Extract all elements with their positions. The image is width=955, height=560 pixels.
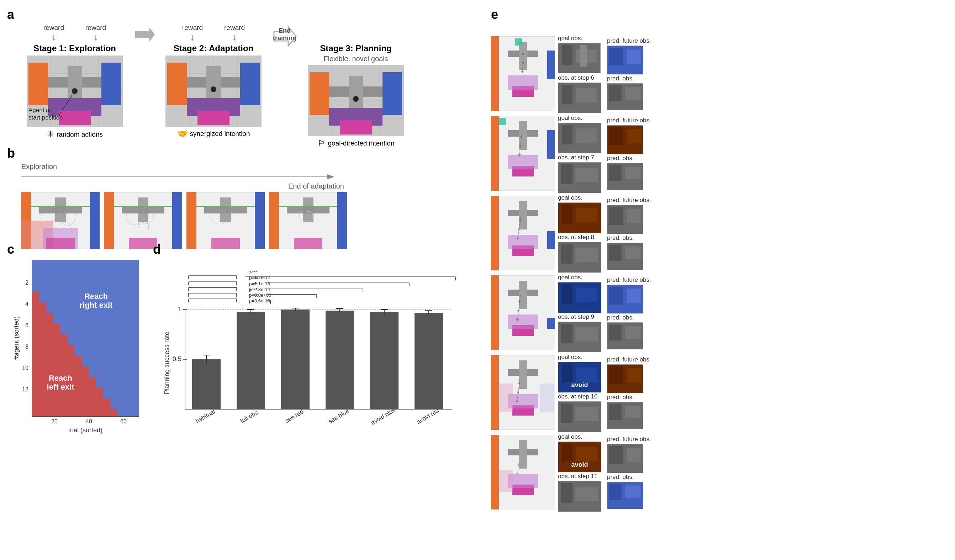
svg-rect-258 — [562, 284, 573, 304]
svg-rect-195 — [547, 130, 555, 159]
svg-rect-183 — [579, 45, 587, 67]
goal-obs-img-8 — [558, 202, 601, 233]
panel-d-label: d — [153, 242, 161, 257]
e-main-env-7 — [491, 116, 555, 191]
e-main-env-10 — [491, 355, 555, 430]
adapt-env-1 — [21, 192, 100, 249]
svg-text:see blue: see blue — [327, 408, 351, 425]
goal-obs-img-9 — [558, 282, 601, 312]
svg-rect-71 — [269, 192, 279, 249]
svg-marker-15 — [135, 27, 155, 42]
svg-rect-49 — [90, 192, 100, 249]
svg-rect-296 — [625, 406, 641, 418]
svg-rect-165 — [547, 50, 555, 79]
svg-rect-215 — [627, 129, 641, 143]
bar-chart-container: >*** p=1.2e-12 >*** p=1.1e-16 — [164, 260, 481, 438]
pred-obs-img-8 — [607, 242, 643, 269]
svg-rect-65 — [255, 192, 265, 249]
svg-rect-314 — [561, 483, 573, 503]
stage-1-env: Agent atstart position — [27, 55, 123, 127]
svg-rect-12 — [59, 111, 91, 125]
pred-future-img-6 — [607, 45, 643, 74]
stage-3-env — [308, 65, 404, 136]
svg-rect-220 — [491, 196, 499, 271]
pred-future-img-10 — [607, 364, 643, 393]
svg-rect-10 — [102, 63, 121, 105]
svg-rect-199 — [508, 155, 538, 169]
svg-text:>***: >*** — [249, 276, 258, 282]
svg-rect-265 — [627, 289, 641, 303]
svg-rect-234 — [576, 208, 597, 222]
svg-rect-315 — [575, 487, 598, 501]
svg-text:>***: >*** — [249, 293, 258, 299]
stage-2-footer: 🤝 synergized intention — [177, 129, 250, 139]
e-row-10: goal obs. avoid obs. at step 10 — [491, 353, 948, 432]
svg-rect-64 — [186, 192, 196, 249]
svg-rect-181 — [562, 45, 573, 65]
e-pred-group-8: pred. future obs. pred. obs. — [607, 197, 651, 269]
goal-obs-img-7 — [558, 123, 601, 153]
svg-rect-217 — [609, 165, 622, 181]
pred-future-img-8 — [607, 205, 643, 233]
svg-rect-321 — [625, 486, 641, 498]
stage-3-subtitle: Flexible, novel goals — [323, 55, 388, 63]
e-row-9: goal obs. obs. at step 9 — [491, 274, 948, 352]
svg-rect-262 — [575, 327, 598, 341]
svg-rect-284 — [562, 364, 573, 383]
stage-1-footer-text: random actions — [56, 131, 103, 138]
svg-rect-309 — [562, 444, 573, 463]
heatmap-container: 2 4 6 8 10 12 20 40 60 trial (sorted) — [14, 256, 142, 434]
svg-text:#agent (sorted): #agent (sorted) — [14, 316, 20, 360]
reward-label-2: reward — [85, 24, 106, 32]
e-pred-group-9: pred. future obs. pred. obs. — [607, 277, 651, 349]
e-pred-group-6: pred. future obs. pred. obs. — [607, 38, 651, 110]
pred-obs-img-7 — [607, 163, 643, 189]
svg-rect-154 — [415, 313, 443, 409]
svg-text:Reach: Reach — [85, 292, 108, 300]
e-rows-container: goal obs. obs. at step 6 — [491, 34, 948, 511]
reward-label-4: reward — [224, 24, 245, 32]
pred-future-label-10: pred. future obs. — [607, 356, 651, 363]
svg-rect-218 — [625, 167, 641, 179]
svg-rect-248 — [519, 281, 527, 309]
svg-rect-139 — [192, 359, 221, 409]
obs-step-img-10 — [558, 401, 601, 432]
pred-future-label-7: pred. future obs. — [607, 117, 651, 124]
pred-obs-img-9 — [607, 322, 643, 349]
svg-rect-7 — [28, 63, 48, 105]
e-obs-group-8: goal obs. obs. at step 8 — [558, 194, 601, 272]
obs-step-img-11 — [558, 481, 601, 511]
stage-1-footer: ✳ random actions — [47, 129, 103, 140]
e-main-env-6 — [491, 36, 555, 111]
stage-1-title: Stage 1: Exploration — [33, 44, 116, 53]
pred-future-img-7 — [607, 125, 643, 154]
svg-rect-303 — [499, 470, 513, 492]
svg-rect-267 — [609, 324, 622, 341]
bottom-row: c 2 4 6 8 10 12 — [7, 242, 484, 441]
svg-rect-221 — [547, 231, 555, 249]
svg-rect-211 — [561, 164, 573, 184]
goal-obs-img-10: avoid — [558, 362, 601, 392]
svg-rect-310 — [576, 447, 597, 461]
svg-text:20: 20 — [51, 418, 58, 424]
svg-rect-250 — [508, 314, 538, 329]
svg-text:avoid: avoid — [571, 461, 588, 468]
svg-rect-233 — [562, 205, 573, 224]
svg-rect-57 — [104, 192, 114, 249]
svg-rect-164 — [491, 36, 499, 111]
arrow-1 — [132, 24, 157, 67]
pred-future-img-11 — [607, 444, 643, 472]
svg-rect-259 — [576, 288, 597, 302]
e-row-8: goal obs. obs. at step 8 — [491, 194, 948, 272]
svg-rect-145 — [281, 310, 310, 409]
stage-3-block: Stage 3: Planning Flexible, novel goals — [299, 24, 413, 149]
pred-obs-img-10 — [607, 402, 643, 429]
panel-a-label: a — [7, 7, 14, 22]
e-pred-group-7: pred. future obs. pred. obs. — [607, 117, 651, 189]
svg-rect-185 — [562, 84, 573, 104]
svg-rect-23 — [167, 63, 187, 105]
goal-obs-label-11: goal obs. — [558, 433, 601, 440]
e-obs-group-10: goal obs. avoid obs. at step 10 — [558, 354, 601, 432]
pred-future-label-9: pred. future obs. — [607, 277, 651, 283]
panel-c: c 2 4 6 8 10 12 — [7, 242, 146, 441]
